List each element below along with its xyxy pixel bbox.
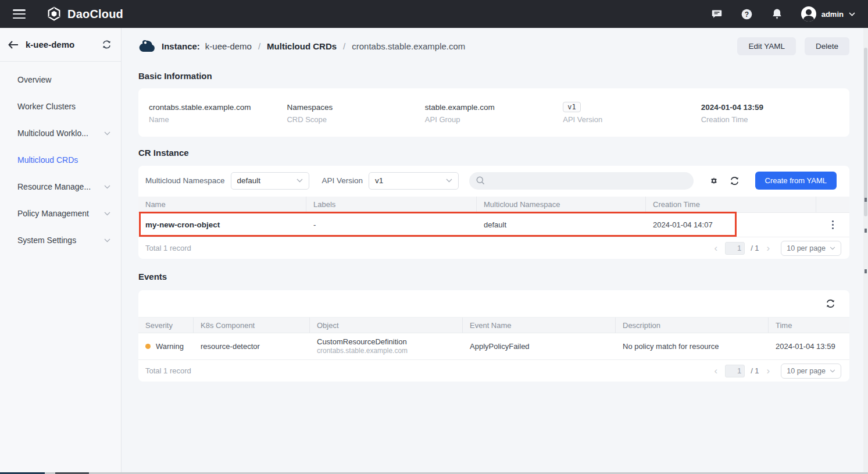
create-from-yaml-button[interactable]: Create from YAML (755, 172, 837, 190)
avatar (801, 6, 816, 22)
namespace-select[interactable]: default (231, 172, 309, 190)
namespace-filter-label: Multicloud Namespace (145, 176, 225, 185)
page-scrollbar[interactable] (863, 28, 868, 472)
breadcrumb-separator: / (258, 41, 260, 51)
per-page-select[interactable]: 10 per page (781, 363, 841, 379)
object-kind: CustomResourceDefinition (317, 337, 407, 347)
cr-table-header: Name Labels Multicloud Namespace Creatio… (138, 197, 849, 213)
namespace-select-value: default (237, 176, 297, 185)
main-content: Instance: k-uee-demo / Multicloud CRDs /… (122, 28, 863, 472)
column-header-severity: Severity (138, 318, 194, 333)
chevron-right-icon[interactable]: › (765, 243, 772, 253)
sidebar-item-label: System Settings (17, 236, 104, 245)
cell-description: No policy match for resource (616, 333, 769, 359)
column-header-description: Description (616, 318, 769, 333)
page-number-input[interactable] (725, 242, 745, 255)
sidebar-item-label: Worker Clusters (17, 102, 110, 111)
object-name: crontabs.stable.example.com (317, 347, 408, 355)
events-title: Events (138, 272, 849, 281)
column-header-component: K8s Component (194, 318, 310, 333)
breadcrumb-cluster[interactable]: k-uee-demo (205, 41, 252, 51)
top-bar: DaoCloud ? admin (0, 0, 868, 28)
search-box[interactable] (469, 172, 693, 190)
kebab-menu-icon[interactable] (830, 218, 837, 232)
svg-text:?: ? (745, 10, 749, 18)
sidebar-item-system-settings[interactable]: System Settings (0, 227, 121, 254)
brand[interactable]: DaoCloud (47, 6, 123, 22)
cell-component: resource-detector (194, 333, 310, 359)
refresh-icon[interactable] (727, 173, 742, 188)
chevron-left-icon[interactable]: ‹ (712, 366, 719, 376)
select-chevron-icon (830, 369, 835, 373)
events-table-row: Warning resource-detector CustomResource… (138, 333, 849, 360)
chevron-right-icon[interactable]: › (765, 366, 772, 376)
field-name: crontabs.stable.example.com Name (149, 101, 287, 124)
sidebar-item-policy-management[interactable]: Policy Management (0, 200, 121, 227)
sidebar-item-label: Multicloud Worklo... (17, 129, 104, 138)
help-icon[interactable]: ? (741, 8, 753, 20)
search-input[interactable] (489, 176, 686, 185)
cell-creation-time: 2024-01-04 14:07 (646, 213, 816, 237)
breadcrumb-section[interactable]: Multicloud CRDs (267, 41, 337, 51)
field-label: CRD Scope (287, 115, 424, 124)
delete-button[interactable]: Delete (805, 37, 849, 55)
search-icon (476, 176, 485, 185)
per-page-value: 10 per page (787, 367, 826, 375)
hamburger-menu-icon[interactable] (13, 9, 26, 19)
sidebar-item-overview[interactable]: Overview (0, 66, 121, 93)
cluster-name: k-uee-demo (26, 40, 96, 49)
breadcrumb: Instance: k-uee-demo / Multicloud CRDs /… (138, 40, 465, 52)
api-version-select-value: v1 (375, 176, 446, 185)
field-crd-scope: Namespaces CRD Scope (287, 101, 424, 124)
user-menu[interactable]: admin (801, 6, 855, 22)
per-page-select[interactable]: 10 per page (781, 241, 841, 256)
cr-table-row[interactable]: my-new-cron-object - default 2024-01-04 … (138, 213, 849, 237)
bell-icon[interactable] (771, 8, 784, 20)
sidebar-item-resource-management[interactable]: Resource Manage... (0, 173, 121, 200)
sidebar-item-label: Resource Manage... (17, 182, 104, 191)
message-icon[interactable] (710, 8, 723, 20)
chevron-left-icon[interactable]: ‹ (712, 243, 719, 253)
sidebar-item-multicloud-crds[interactable]: Multicloud CRDs (0, 147, 121, 173)
column-header-namespace: Multicloud Namespace (477, 197, 646, 212)
sidebar-item-worker-clusters[interactable]: Worker Clusters (0, 93, 121, 120)
field-creation-time: 2024-01-04 13:59 Creation Time (701, 101, 839, 124)
sidebar-item-label: Policy Management (17, 209, 104, 218)
select-chevron-icon (446, 179, 452, 183)
sidebar-item-label: Overview (17, 75, 110, 84)
chevron-down-icon (104, 212, 110, 216)
field-value: crontabs.stable.example.com (149, 101, 287, 113)
warning-dot-icon (145, 344, 151, 349)
pagination-of: / 1 (751, 366, 759, 375)
events-table-header: Severity K8s Component Object Event Name… (138, 317, 849, 333)
scrollbar-thumb[interactable] (864, 48, 867, 216)
column-header-event-name: Event Name (463, 318, 616, 333)
column-header-object: Object (310, 318, 463, 333)
chevron-down-icon (104, 131, 110, 136)
cell-namespace: default (477, 213, 646, 237)
cell-name[interactable]: my-new-cron-object (138, 213, 306, 237)
breadcrumb-current: crontabs.stable.example.com (352, 41, 465, 51)
settings-gear-icon[interactable] (706, 173, 721, 188)
back-arrow-icon[interactable] (8, 41, 19, 49)
field-api-group: stable.example.com API Group (425, 101, 563, 124)
sidebar-refresh-icon[interactable] (102, 40, 112, 49)
chevron-down-icon (104, 185, 110, 189)
daocloud-logo-icon (47, 6, 62, 22)
brand-name: DaoCloud (67, 8, 123, 21)
page-number-input[interactable] (725, 365, 745, 377)
pagination-of: / 1 (751, 244, 759, 252)
cr-instance-card: Multicloud Namespace default API Version… (138, 166, 849, 259)
breadcrumb-prefix: Instance: (162, 41, 200, 51)
events-refresh-icon[interactable] (823, 296, 838, 311)
sidebar-item-multicloud-workloads[interactable]: Multicloud Worklo... (0, 120, 121, 147)
cr-pagination: Total 1 record ‹ / 1 › 10 per page (138, 237, 849, 259)
field-value: 2024-01-04 13:59 (701, 101, 839, 113)
field-label: API Version (563, 115, 701, 124)
field-api-version: v1 API Version (563, 101, 701, 124)
per-page-value: 10 per page (787, 244, 826, 252)
edit-yaml-button[interactable]: Edit YAML (737, 37, 796, 55)
cell-time: 2024-01-04 13:59 (769, 333, 849, 359)
basic-info-card: crontabs.stable.example.com Name Namespa… (138, 88, 849, 137)
api-version-select[interactable]: v1 (369, 172, 459, 190)
